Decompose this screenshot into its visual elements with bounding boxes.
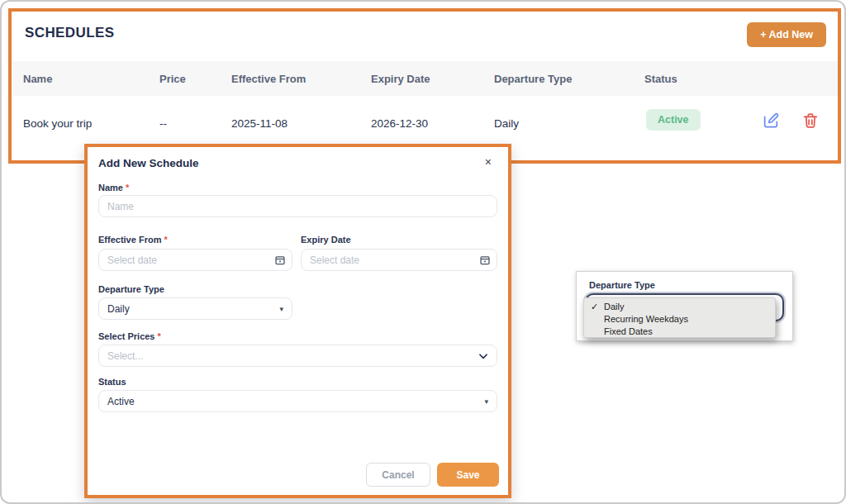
cell-name: Book your trip xyxy=(23,117,92,130)
expiry-date-label-text: Expiry Date xyxy=(301,235,351,245)
chevron-down-icon xyxy=(478,350,489,362)
column-header-effective-from: Effective From xyxy=(231,61,306,96)
select-prices-select[interactable]: Select... xyxy=(98,345,497,367)
required-asterisk: * xyxy=(164,235,167,245)
close-icon[interactable]: × xyxy=(485,155,492,169)
select-prices-label-text: Select Prices xyxy=(98,331,155,341)
add-new-button[interactable]: + Add New xyxy=(747,22,826,47)
departure-type-label-text: Departure Type xyxy=(98,284,164,294)
schedules-card: SCHEDULES + Add New Name Price Effective… xyxy=(8,8,841,164)
cell-departure-type: Daily xyxy=(494,117,519,130)
required-asterisk: * xyxy=(158,331,161,341)
status-select[interactable]: Active ▾ xyxy=(98,390,497,412)
table-header: Name Price Effective From Expiry Date De… xyxy=(12,61,838,96)
effective-from-label: Effective From* xyxy=(98,235,168,245)
dropdown-option-label: Daily xyxy=(604,302,624,311)
departure-type-select[interactable]: Daily ▾ xyxy=(98,297,292,320)
caret-down-icon: ▾ xyxy=(279,304,283,312)
dropdown-option-daily[interactable]: ✓ Daily xyxy=(584,301,775,313)
checkmark-icon: ✓ xyxy=(591,301,598,313)
cell-expiry-date: 2026-12-30 xyxy=(371,117,428,130)
effective-from-label-text: Effective From xyxy=(98,235,161,245)
cell-price: -- xyxy=(159,117,167,130)
name-label: Name* xyxy=(98,183,129,193)
column-header-departure-type: Departure Type xyxy=(494,61,572,96)
cancel-button[interactable]: Cancel xyxy=(366,463,430,487)
screen: SCHEDULES + Add New Name Price Effective… xyxy=(0,0,846,504)
column-header-name: Name xyxy=(23,61,52,96)
status-badge: Active xyxy=(646,109,701,131)
dropdown-panel-label: Departure Type xyxy=(589,280,655,290)
delete-icon[interactable] xyxy=(801,112,820,130)
departure-type-label: Departure Type xyxy=(98,284,164,294)
departure-type-dropdown-panel: Departure Type ✓ Daily Recurring Weekday… xyxy=(576,271,793,341)
dropdown-option-recurring-weekdays[interactable]: Recurring Weekdays xyxy=(584,313,775,326)
page-title: SCHEDULES xyxy=(25,25,114,41)
name-input[interactable] xyxy=(98,195,497,217)
edit-icon[interactable] xyxy=(762,112,780,130)
status-label: Status xyxy=(98,377,126,387)
expiry-date-label: Expiry Date xyxy=(301,235,351,245)
add-schedule-modal: Add New Schedule × Name* Effective From*… xyxy=(84,144,511,498)
caret-down-icon: ▾ xyxy=(484,397,488,405)
dropdown-option-label: Recurring Weekdays xyxy=(604,314,688,324)
status-value: Active xyxy=(107,396,135,407)
select-prices-label: Select Prices* xyxy=(98,331,161,341)
dropdown-option-fixed-dates[interactable]: Fixed Dates xyxy=(584,326,775,338)
column-header-expiry-date: Expiry Date xyxy=(371,61,430,96)
select-prices-placeholder: Select... xyxy=(107,350,143,362)
required-asterisk: * xyxy=(126,183,129,193)
modal-title: Add New Schedule xyxy=(98,157,199,169)
cell-effective-from: 2025-11-08 xyxy=(231,117,288,130)
dropdown-options-list: ✓ Daily Recurring Weekdays Fixed Dates xyxy=(583,297,776,338)
column-header-price: Price xyxy=(159,61,186,96)
save-button[interactable]: Save xyxy=(437,463,499,487)
effective-from-input[interactable] xyxy=(98,249,292,271)
status-label-text: Status xyxy=(98,377,126,387)
dropdown-option-label: Fixed Dates xyxy=(604,326,653,336)
name-label-text: Name xyxy=(98,183,123,193)
expiry-date-input[interactable] xyxy=(301,249,497,271)
departure-type-value: Daily xyxy=(107,303,130,315)
column-header-status: Status xyxy=(644,61,677,96)
